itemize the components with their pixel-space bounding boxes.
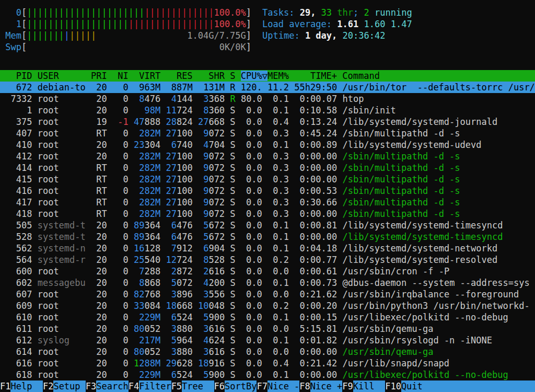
cell-res: 12724 — [166, 255, 192, 265]
col-header-virt[interactable]: VIRT — [134, 71, 160, 81]
fn-f5[interactable]: F5Tree — [171, 381, 214, 392]
process-row-410[interactable]: 410 root 20 0 23304 6740 4704 S 0.0 0.1 … — [0, 139, 535, 151]
cell-pid: 564 — [0, 255, 32, 265]
cell-pid: 505 — [0, 220, 32, 230]
meters-panel: 0[|||||||||||||||||||||||||||||||||||100… — [0, 7, 251, 53]
cell-time: 0:00.61 — [294, 266, 337, 276]
process-row-1[interactable]: 1 root 20 0 98M 11724 8360 S 0.0 0.1 0:1… — [0, 105, 535, 116]
process-row-375[interactable]: 375 root 19 -1 47888 28824 27668 S 0.0 0… — [0, 116, 535, 128]
process-row-7332[interactable]: 7332 root 20 0 8476 4144 3368 R 80.0 0.1… — [0, 93, 535, 105]
fn-key-label: F5 — [171, 381, 182, 392]
fn-f2[interactable]: F2Setup — [43, 381, 86, 392]
cell-res: 5072 — [166, 278, 192, 288]
meter-close-bracket: ] — [246, 7, 251, 18]
cell-s: S — [230, 197, 235, 207]
memory-meter: Mem[|||||||||||||1.04G/7.75G] — [0, 30, 251, 41]
cell-res: 29628 — [166, 358, 192, 368]
process-row-505[interactable]: 505 systemd-t 20 0 89364 6476 5672 S 0.0… — [0, 220, 535, 231]
cell-virt: 282M — [134, 128, 160, 139]
col-header-pri[interactable]: PRI — [91, 71, 107, 81]
process-row-618[interactable]: 618 root 20 0 229M 6524 5900 S 0.0 0.1 0… — [0, 369, 535, 381]
cell-pid: 528 — [0, 232, 32, 242]
fn-f7[interactable]: F7Nice - — [257, 381, 299, 392]
process-row-602[interactable]: 602 messagebu 20 0 8868 5072 4200 S 0.0 … — [0, 277, 535, 289]
fn-f10[interactable]: F10Quit — [385, 381, 433, 392]
process-row-564[interactable]: 564 systemd-r 20 0 25540 12724 8528 S 0.… — [0, 254, 535, 266]
fn-f8[interactable]: F8Nice + — [299, 381, 342, 392]
cell-cpu: 80.0 — [241, 94, 262, 104]
fn-f1[interactable]: F1Help — [0, 381, 43, 392]
cell-shr: 8360 — [198, 105, 225, 116]
process-row-416[interactable]: 416 root RT 0 282M 27100 9072 S 0.0 0.3 … — [0, 185, 535, 197]
process-row-417[interactable]: 417 root RT 0 282M 27100 9072 S 0.0 0.3 … — [0, 197, 535, 208]
fn-action-label: Search — [96, 381, 128, 392]
fn-action-label: Setup — [53, 381, 85, 392]
cell-cpu: 0.0 — [241, 163, 262, 173]
fn-action-label: Help — [10, 381, 42, 392]
meter-bar: |||||||||||||||||||||||||||||||||||100.0… — [27, 18, 246, 30]
process-row-528[interactable]: 528 systemd-t 20 0 89364 6476 5672 S 0.0… — [0, 231, 535, 243]
process-row-414[interactable]: 414 root RT 0 282M 27100 9072 S 0.0 0.3 … — [0, 162, 535, 174]
uptime: Uptime: 1 day, 20:36:42 — [262, 30, 412, 41]
process-row-614[interactable]: 614 root 20 0 80052 3880 3616 S 0.0 0.0 … — [0, 346, 535, 358]
cell-virt: 47888 — [134, 117, 160, 127]
fn-f6[interactable]: F6SortBy — [214, 381, 257, 392]
cell-mem: 0.2 — [268, 255, 289, 265]
cell-mem: 0.3 — [268, 174, 289, 185]
col-header-s[interactable]: S — [230, 71, 235, 81]
col-header-ni[interactable]: NI — [112, 71, 129, 81]
meter-bar: |||||||||||||||||||||||||||||||||||100.0… — [27, 7, 246, 18]
col-header-shr[interactable]: SHR — [198, 71, 225, 81]
process-row-407[interactable]: 407 root RT 0 282M 27100 9072 S 0.0 0.3 … — [0, 128, 535, 139]
info-text: thr — [332, 7, 353, 18]
cell-time: 0:00.15 — [294, 312, 337, 322]
fn-key-label: F4 — [129, 381, 139, 392]
cell-ni: 0 — [112, 370, 129, 380]
col-header-res[interactable]: RES — [166, 71, 192, 81]
cell-res: 887M — [166, 82, 192, 93]
cell-shr: 3616 — [198, 324, 225, 334]
cell-pri: RT — [91, 128, 107, 139]
process-row-609[interactable]: 609 root 20 0 33084 18668 10048 S 0.0 0.… — [0, 300, 535, 312]
process-row-600[interactable]: 600 root 20 0 7288 2872 2616 S 0.0 0.0 0… — [0, 266, 535, 277]
meter-close-bracket: ] — [246, 19, 251, 29]
process-row-672[interactable]: 672 debian-to 20 0 963M 887M 131M R 120.… — [0, 82, 535, 93]
cell-res: 27100 — [166, 186, 192, 196]
cell-res: 28824 — [166, 117, 192, 127]
process-row-562[interactable]: 562 systemd-n 20 0 16128 7912 6904 S 0.0… — [0, 243, 535, 254]
process-row-611[interactable]: 611 root 20 0 80052 3880 3616 S 0.0 0.0 … — [0, 323, 535, 335]
cell-pri: 20 — [91, 289, 107, 299]
col-header-pid[interactable]: PID — [0, 71, 32, 81]
process-row-418[interactable]: 418 root RT 0 282M 27100 9072 S 0.0 0.3 … — [0, 208, 535, 220]
cell-virt: 963M — [134, 82, 160, 93]
cell-cpu: 0.0 — [241, 220, 262, 230]
col-header-cmd[interactable]: Command — [342, 71, 380, 81]
process-row-610[interactable]: 610 root 20 0 229M 6524 5900 S 0.0 0.1 0… — [0, 312, 535, 323]
cell-cpu: 0.0 — [241, 140, 262, 150]
meter-bar-segment: |||||||||||||||| — [129, 19, 214, 29]
cell-cpu: 0.0 — [241, 370, 262, 380]
col-header-cpu[interactable]: CPU%▽ — [241, 71, 268, 81]
info-text: 20:36:42 — [343, 30, 386, 41]
cell-res: 18668 — [166, 301, 192, 311]
cell-mem: 0.3 — [268, 197, 289, 207]
meter-close-bracket: ] — [246, 42, 251, 52]
col-header-user[interactable]: USER — [38, 71, 86, 81]
fnbar-fill — [433, 381, 535, 392]
cell-cpu: 0.0 — [241, 289, 262, 299]
process-row-412[interactable]: 412 root 20 0 282M 27100 9072 S 0.0 0.3 … — [0, 151, 535, 162]
meter-value: 100.0% — [214, 7, 246, 18]
fn-f4[interactable]: F4Filter — [129, 381, 171, 392]
col-header-time[interactable]: TIME+ — [294, 71, 337, 81]
fn-f9[interactable]: F9Kill — [342, 381, 385, 392]
cell-ni: 0 — [112, 220, 129, 230]
process-row-415[interactable]: 415 root RT 0 282M 27100 9072 S 0.0 0.3 … — [0, 174, 535, 185]
cell-pri: 20 — [91, 255, 107, 265]
cell-res: 27100 — [166, 197, 192, 207]
process-row-607[interactable]: 607 root 20 0 82768 3896 3556 S 0.0 0.0 … — [0, 289, 535, 300]
fn-f3[interactable]: F3Search — [86, 381, 129, 392]
col-header-mem[interactable]: MEM% — [268, 71, 289, 81]
cell-res: 2872 — [166, 266, 192, 276]
process-row-616[interactable]: 616 root 20 0 1288M 29628 18916 S 0.0 0.… — [0, 358, 535, 369]
process-row-612[interactable]: 612 syslog 20 0 217M 5964 4624 S 0.0 0.1… — [0, 335, 535, 346]
